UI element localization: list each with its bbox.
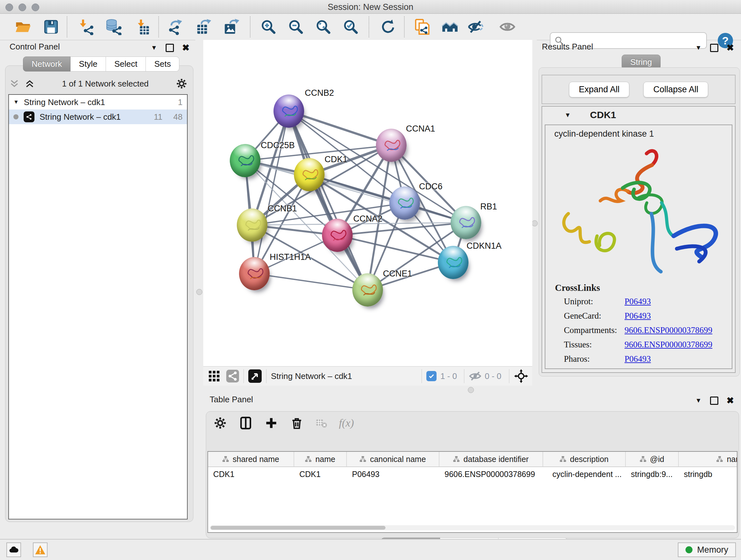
network-node-ccna2[interactable]: [322, 219, 353, 252]
import-network-database-button[interactable]: [104, 17, 123, 36]
network-node-ccnb1[interactable]: [237, 208, 267, 242]
memory-label: Memory: [697, 545, 728, 555]
expand-all-icon[interactable]: [24, 78, 35, 89]
tab-select[interactable]: Select: [106, 57, 146, 71]
network-node-ccna1[interactable]: [376, 129, 407, 162]
column-header-canonicalname[interactable]: canonical name: [347, 452, 440, 466]
control-panel-menu-icon[interactable]: ▼: [151, 44, 157, 51]
network-node-cdk1[interactable]: [294, 158, 325, 191]
export-image-button[interactable]: [222, 17, 241, 36]
table-horizontal-scrollbar[interactable]: [210, 525, 735, 530]
open-folder-icon: [15, 18, 31, 35]
left-splitter[interactable]: [195, 40, 203, 540]
collection-count: 1: [178, 98, 183, 107]
table-panel-close-icon[interactable]: ✖: [727, 395, 734, 406]
network-view[interactable]: CCNB2CCNA1CDC25BCDK1CDC6RB1CCNB1CCNA2CDK…: [203, 40, 532, 386]
add-column-icon[interactable]: [264, 416, 278, 430]
table-gear-icon[interactable]: [213, 416, 227, 430]
table-cell[interactable]: cyclin-dependent ...: [543, 467, 626, 481]
network-collection-row[interactable]: ▼ String Network – cdk1 1: [9, 95, 187, 110]
show-all-networks-button[interactable]: [441, 17, 459, 36]
results-panel-menu-icon[interactable]: ▼: [695, 44, 702, 51]
table-cell[interactable]: CDK1: [294, 467, 347, 481]
tab-sets[interactable]: Sets: [146, 57, 179, 71]
pan-crosshair-icon[interactable]: [514, 369, 529, 383]
crosslink-link[interactable]: 9606.ENSP00000378699: [624, 340, 712, 350]
node-label-ccnb2: CCNB2: [305, 88, 334, 98]
table-cell[interactable]: 9606.ENSP00000378699: [440, 467, 543, 481]
export-network-button[interactable]: [166, 17, 185, 36]
column-header-description[interactable]: description: [543, 452, 626, 466]
crosslink-link[interactable]: P06493: [624, 311, 651, 321]
hide-selected-button[interactable]: [466, 17, 485, 36]
birds-eye-view-icon[interactable]: [248, 369, 262, 383]
bottom-splitter-handle[interactable]: [468, 387, 474, 393]
crosslink-link[interactable]: P06493: [624, 354, 651, 364]
show-columns-icon[interactable]: [239, 416, 253, 430]
memory-button[interactable]: Memory: [678, 543, 736, 557]
current-network-title: String Network – cdk1: [271, 371, 352, 381]
collection-expand-icon[interactable]: ▼: [13, 99, 19, 105]
show-hidden-button[interactable]: [498, 17, 517, 36]
network-edge[interactable]: [289, 111, 367, 290]
node-label-rb1: RB1: [480, 202, 497, 212]
network-row[interactable]: String Network – cdk1 11 48: [9, 110, 187, 124]
network-options-gear-icon[interactable]: [176, 78, 188, 90]
network-edge[interactable]: [337, 223, 466, 235]
column-header-name[interactable]: name: [294, 452, 347, 466]
clone-network-button[interactable]: [412, 17, 431, 36]
table-cell[interactable]: P06493: [347, 467, 440, 481]
cloud-status-button[interactable]: [6, 543, 21, 557]
column-header-databaseidentifier[interactable]: database identifier: [440, 452, 543, 466]
import-network-file-button[interactable]: [77, 17, 95, 36]
status-bar: Memory: [0, 539, 741, 560]
network-canvas[interactable]: CCNB2CCNA1CDC25BCDK1CDC6RB1CCNB1CCNA2CDK…: [203, 43, 532, 367]
protein-collapse-icon[interactable]: ▼: [564, 111, 571, 119]
network-edge[interactable]: [254, 273, 367, 290]
collapse-all-button[interactable]: Collapse All: [643, 82, 708, 98]
results-panel-close-icon[interactable]: ✖: [727, 43, 734, 53]
zoom-out-button[interactable]: [286, 17, 305, 36]
collapse-all-icon[interactable]: [9, 78, 20, 89]
network-node-cdc6[interactable]: [389, 186, 420, 220]
expand-all-button[interactable]: Expand All: [569, 82, 630, 98]
network-node-ccne1[interactable]: [352, 273, 383, 307]
table-cell[interactable]: stringdb:9...: [626, 467, 679, 481]
import-table-button[interactable]: [133, 17, 151, 36]
column-header-id[interactable]: @id: [626, 452, 679, 466]
open-session-button[interactable]: [14, 17, 32, 36]
column-header-namespace[interactable]: namespace: [679, 452, 738, 466]
grid-view-icon[interactable]: [208, 370, 220, 382]
control-panel-float-icon[interactable]: [165, 44, 174, 52]
network-node-cdc25b[interactable]: [230, 144, 260, 177]
tab-network[interactable]: Network: [23, 57, 71, 71]
network-node-hist1h1a[interactable]: [239, 257, 270, 290]
control-panel-close-icon[interactable]: ✖: [182, 43, 190, 53]
table-cell[interactable]: stringdb: [679, 467, 738, 481]
share-view-icon[interactable]: [226, 370, 239, 382]
zoom-in-button[interactable]: [259, 17, 278, 36]
table-cell[interactable]: CDK1: [208, 467, 294, 481]
left-splitter-handle[interactable]: [196, 289, 202, 295]
network-node-ccnb2[interactable]: [273, 95, 304, 128]
network-node-rb1[interactable]: [451, 206, 481, 239]
export-table-button[interactable]: [195, 17, 213, 36]
network-edge[interactable]: [337, 235, 453, 262]
table-panel-menu-icon[interactable]: ▼: [695, 397, 702, 404]
apply-layout-button[interactable]: [379, 17, 397, 36]
selected-checkbox[interactable]: [426, 371, 436, 381]
crosslink-link[interactable]: 9606.ENSP00000378699: [624, 325, 712, 335]
results-panel-float-icon[interactable]: [710, 44, 718, 52]
warnings-button[interactable]: [33, 543, 48, 557]
crosslink-link[interactable]: P06493: [624, 297, 651, 307]
zoom-fit-button[interactable]: [314, 17, 333, 36]
network-node-cdkn1a[interactable]: [438, 246, 468, 279]
network-status-dot: [13, 114, 18, 119]
scrollbar-thumb[interactable]: [211, 526, 386, 530]
delete-column-icon[interactable]: [290, 416, 304, 430]
zoom-selected-button[interactable]: [341, 17, 360, 36]
save-session-button[interactable]: [42, 17, 60, 36]
tab-style[interactable]: Style: [71, 57, 106, 71]
table-panel-float-icon[interactable]: [710, 396, 718, 405]
column-header-sharedname[interactable]: shared name: [208, 452, 294, 466]
